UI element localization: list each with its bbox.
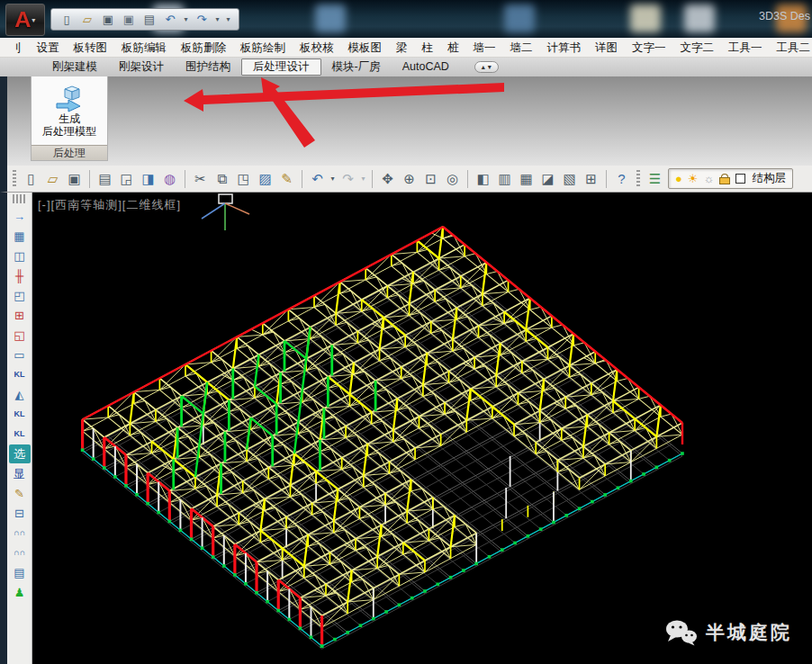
match-properties-icon[interactable]: ✎: [276, 169, 297, 189]
layer-toolbar: ● ☀ ☼ 结构层: [668, 168, 793, 189]
qat-open-icon[interactable]: ▱: [78, 11, 96, 28]
layer-manager-icon[interactable]: ☰: [645, 169, 665, 189]
viewport-view-label[interactable]: [-][西南等轴测][二维线框]: [38, 197, 181, 213]
menu-item-slab-rebar-edit[interactable]: 板筋编辑: [114, 38, 174, 58]
tab-frame-design[interactable]: 刚架设计: [108, 58, 175, 76]
paste-block-icon[interactable]: ▨: [255, 169, 275, 189]
open-icon[interactable]: ▱: [42, 169, 63, 189]
qat-new-icon[interactable]: ▯: [58, 11, 76, 28]
properties-icon[interactable]: ▦: [516, 169, 537, 189]
tab-post-process-design[interactable]: 后处理设计: [241, 58, 321, 76]
green-support-icon[interactable]: ♟: [9, 583, 31, 602]
pan-icon[interactable]: ✥: [377, 169, 398, 189]
menu-item-slab-to-drawing[interactable]: 板转图: [67, 38, 115, 58]
tab-envelope-structure[interactable]: 围护结构: [175, 58, 241, 76]
copy-icon[interactable]: ⧉: [212, 169, 232, 189]
layer-freeze-icon[interactable]: ☼: [704, 173, 715, 184]
kl-move-icon[interactable]: KL: [9, 365, 31, 384]
menu-item-text-2[interactable]: 文字二: [673, 38, 722, 58]
menu-item-tools-2[interactable]: 工具二: [770, 38, 812, 58]
zoom-previous-icon[interactable]: ◎: [442, 169, 463, 189]
menu-item-pile[interactable]: 桩: [440, 38, 466, 58]
calculator-icon[interactable]: ⊞: [581, 169, 601, 189]
view-sphere-icon[interactable]: ◍: [159, 169, 180, 189]
menu-item-wall-1[interactable]: 墙一: [466, 38, 503, 58]
corner-window-icon[interactable]: ◰: [9, 286, 31, 305]
print-preview-icon[interactable]: ◲: [116, 169, 137, 189]
double-section-icon[interactable]: ∩∩: [9, 524, 31, 543]
beam-dim-icon[interactable]: ╫: [9, 266, 31, 285]
kl-edit-icon[interactable]: KL: [9, 405, 31, 424]
double-section-small-icon[interactable]: ∩∩: [9, 543, 31, 562]
menu-item-tools-1[interactable]: 工具一: [721, 38, 770, 58]
qat-redo-icon[interactable]: ↷: [193, 11, 211, 28]
tab-module-plant[interactable]: 模块-厂房: [321, 58, 392, 76]
kl-mirror-icon[interactable]: ◭: [9, 385, 31, 404]
slab-copy-icon[interactable]: ◫: [9, 247, 31, 265]
menu-item-formwork-drawing[interactable]: 模板图: [341, 38, 390, 58]
current-layer-name[interactable]: 结构层: [751, 171, 786, 186]
menu-item-calc-report[interactable]: 计算书: [540, 38, 589, 58]
layer-thaw-sun-icon[interactable]: ☀: [688, 173, 699, 184]
forward-arrow-icon[interactable]: →: [9, 207, 31, 226]
qat-redo-dropdown-icon[interactable]: ▾: [213, 11, 221, 28]
report-doc-icon[interactable]: ▤: [9, 563, 31, 582]
select-icon[interactable]: 选: [9, 444, 31, 463]
menu-item-wall-2[interactable]: 墙二: [503, 38, 540, 58]
display-icon[interactable]: 显: [9, 464, 31, 483]
undo-icon[interactable]: ↶: [307, 169, 328, 189]
layer-lock-icon[interactable]: [719, 174, 730, 184]
help-icon[interactable]: ?: [611, 169, 632, 189]
menu-item-settings[interactable]: 设置: [30, 38, 67, 58]
ribbon-collapse-button[interactable]: ▴ ▾: [474, 61, 499, 73]
window-plain-icon[interactable]: ▭: [9, 345, 31, 364]
qat-undo-dropdown-icon[interactable]: ▾: [182, 11, 190, 28]
publish-icon[interactable]: ◨: [138, 169, 158, 189]
qat-save-icon[interactable]: ▣: [99, 11, 117, 28]
qat-undo-icon[interactable]: ↶: [161, 11, 179, 28]
layer-color-swatch[interactable]: [735, 174, 745, 184]
qat-plot-icon[interactable]: ▤: [140, 11, 158, 28]
save-icon[interactable]: ▣: [64, 169, 85, 189]
toolbar-grip[interactable]: [13, 194, 27, 203]
generate-postprocess-model-button[interactable]: 生成 后处理模型: [32, 85, 107, 138]
autocad-logo-button[interactable]: A ▾: [5, 4, 45, 36]
layer-on-bulb-icon[interactable]: ●: [675, 173, 682, 184]
sheet-set-icon[interactable]: ◪: [537, 169, 558, 189]
menu-item-text-1[interactable]: 文字一: [625, 38, 673, 58]
grid-check-icon[interactable]: ⊞: [9, 306, 31, 325]
redo-icon[interactable]: ↷: [338, 169, 358, 189]
redo-dropdown-icon[interactable]: ▾: [359, 169, 367, 189]
menu-item-slab-rebar-draw[interactable]: 板筋绘制: [233, 38, 293, 58]
menu-item-slab-check[interactable]: 板校核: [293, 38, 341, 58]
beam-section-icon[interactable]: ⊟: [9, 504, 31, 523]
kl-find-icon[interactable]: KL: [9, 425, 31, 444]
design-center-icon[interactable]: ▧: [559, 169, 580, 189]
slab-grid-icon[interactable]: ▦: [9, 227, 31, 246]
new-icon[interactable]: ▯: [21, 169, 41, 189]
annotate-pen-icon[interactable]: ✎: [9, 484, 31, 503]
window-mark-icon[interactable]: ◱: [9, 326, 31, 345]
menu-item-detail-drawing[interactable]: 详图: [588, 38, 625, 58]
structure-model-drawing: [32, 193, 812, 664]
tab-autocad[interactable]: AutoCAD: [392, 58, 460, 76]
toolbar-separator: [606, 170, 607, 188]
cut-icon[interactable]: ✂: [190, 169, 211, 189]
viewport-canvas[interactable]: [-][西南等轴测][二维线框]: [32, 193, 812, 664]
menu-item-slab-rebar-delete[interactable]: 板筋删除: [174, 38, 233, 58]
zoom-realtime-icon[interactable]: ⊕: [399, 169, 420, 189]
qat-save-as-icon[interactable]: ▣: [120, 11, 138, 28]
menu-item-beam[interactable]: 梁: [389, 38, 415, 58]
qat-customize-icon[interactable]: ▾: [224, 11, 232, 28]
toolbar-grip[interactable]: [636, 170, 640, 188]
undo-dropdown-icon[interactable]: ▾: [329, 169, 337, 189]
plot-icon[interactable]: ▤: [95, 169, 115, 189]
tool-palettes-icon[interactable]: ▥: [494, 169, 515, 189]
toolbar-grip[interactable]: [13, 170, 16, 188]
tab-frame-modeling[interactable]: 刚架建模: [41, 58, 108, 76]
viewport-dialog-icon[interactable]: ◧: [473, 169, 493, 189]
menu-item-column[interactable]: 柱: [415, 38, 441, 58]
zoom-window-icon[interactable]: ⊡: [420, 169, 441, 189]
menu-item-clipped[interactable]: 刂: [4, 38, 30, 58]
paste-icon[interactable]: ◳: [233, 169, 254, 189]
